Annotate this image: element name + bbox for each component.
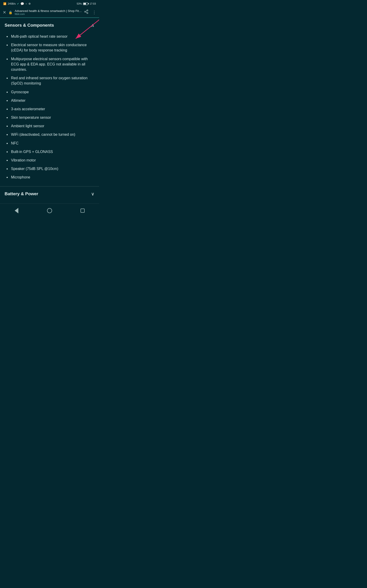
list-item: Multi-path optical heart rate sensor <box>5 32 94 41</box>
svg-point-0 <box>87 10 88 11</box>
list-item: Electrical sensor to measure skin conduc… <box>5 41 94 54</box>
more-options-icon[interactable]: ⋮ <box>92 10 96 15</box>
list-item: Skin temperature sensor <box>5 113 94 122</box>
back-icon <box>15 208 18 213</box>
list-item: 3-axis accelerometer <box>5 105 94 113</box>
svg-line-4 <box>86 10 87 11</box>
url-domain: fitbit.com <box>15 13 82 15</box>
list-item: Built-in GPS + GLONASS <box>5 147 94 156</box>
lock-icon: 🔒 <box>8 10 12 14</box>
sensors-list-container: Multi-path optical heart rate sensor Ele… <box>5 32 94 182</box>
list-item: Red and infrared sensors for oxygen satu… <box>5 74 94 87</box>
list-item: Altimeter <box>5 96 94 105</box>
sensors-title: Sensors & Components <box>5 23 54 28</box>
speed-indicator: 245B/s <box>8 2 16 5</box>
navigation-bar <box>0 204 99 217</box>
home-icon <box>47 208 52 213</box>
list-item: Ambient light sensor <box>5 122 94 130</box>
recent-icon <box>81 208 85 213</box>
share-icon[interactable] <box>84 9 89 15</box>
expand-battery-button[interactable]: ∨ <box>91 191 94 197</box>
main-content: Sensors & Components ∧ Multi-path optica… <box>0 18 99 182</box>
battery-section: Battery & Power ∨ <box>0 187 99 201</box>
back-button[interactable] <box>12 207 21 215</box>
browser-actions: ⋮ <box>84 9 96 15</box>
list-item: Speaker (75dB SPL @10cm) <box>5 164 94 173</box>
battery-percent: 53% <box>77 2 82 5</box>
collapse-button[interactable]: ∧ <box>91 23 94 28</box>
list-item: Multipurpose electrical sensors compatib… <box>5 55 94 74</box>
battery-icon <box>83 2 88 5</box>
svg-line-3 <box>86 12 87 13</box>
battery-title: Battery & Power <box>5 191 38 196</box>
close-button[interactable]: ✕ <box>3 10 6 15</box>
recent-apps-button[interactable] <box>78 207 87 215</box>
list-item: Vibration motor <box>5 156 94 164</box>
svg-point-2 <box>87 12 88 14</box>
status-right: 53% 17:03 <box>77 2 96 5</box>
status-left: 📶 245B/s ✔ 💬 ○ ⚙ <box>3 2 31 6</box>
checkmark-icon: ✔ <box>17 2 19 5</box>
page-title: Advanced health & fitness smartwatch | S… <box>15 9 82 13</box>
status-bar: 📶 245B/s ✔ 💬 ○ ⚙ 53% 17:03 <box>0 0 99 7</box>
list-item: Gyroscope <box>5 88 94 96</box>
discord-icon: 💬 <box>20 2 24 6</box>
sensors-list: Multi-path optical heart rate sensor Ele… <box>5 32 94 182</box>
wifi-icon: 📶 <box>3 2 6 5</box>
app-icon: ⚙ <box>28 2 31 5</box>
sensors-section-header: Sensors & Components ∧ <box>5 23 94 28</box>
list-item: WiFi (deactivated, cannot be turned on) <box>5 130 94 139</box>
url-info: Advanced health & fitness smartwatch | S… <box>15 9 82 15</box>
home-button[interactable] <box>45 207 54 215</box>
list-item: NFC <box>5 139 94 147</box>
ring-icon: ○ <box>25 2 27 5</box>
list-item-microphone: Microphone <box>5 173 94 182</box>
time-display: 17:03 <box>90 2 96 5</box>
svg-point-1 <box>85 11 86 12</box>
browser-bar: ✕ 🔒 Advanced health & fitness smartwatch… <box>0 7 99 17</box>
